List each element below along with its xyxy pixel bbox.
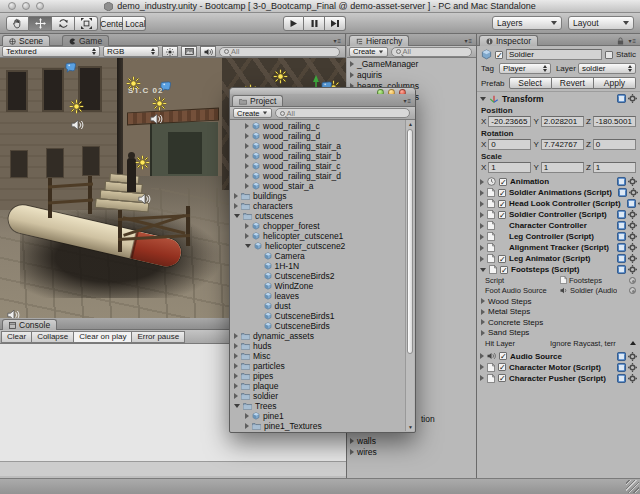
foldout-closed-icon[interactable] [234,333,238,339]
audio-gizmo-icon[interactable] [71,119,84,131]
tab-console[interactable]: Console [2,319,57,330]
foldout-closed-icon[interactable] [480,223,484,229]
component-row[interactable]: ✓Character Pusher (Script) [477,373,640,384]
resize-grip[interactable] [626,480,639,493]
audio-gizmo-icon[interactable] [138,193,151,205]
hierarchy-create-button[interactable]: Create [349,47,388,57]
project-item[interactable]: chopper_forest [230,221,405,231]
help-book-icon[interactable] [617,221,626,230]
foldout-closed-icon[interactable] [234,393,238,399]
scrollbar-thumb[interactable] [407,129,413,354]
project-item[interactable]: wood_railing_stair_c [230,161,405,171]
foldout-closed-icon[interactable] [481,309,485,315]
scene-lighting-toggle[interactable] [162,46,178,57]
prefab-select-button[interactable]: Select [509,77,552,89]
component-enabled-checkbox[interactable]: ✓ [500,266,508,274]
foldout-closed-icon[interactable] [245,413,249,419]
static-checkbox[interactable] [605,51,613,59]
project-item[interactable]: leaves [230,291,405,301]
hierarchy-item[interactable]: _GameManager [347,58,476,69]
console-collapse-button[interactable]: Collapse [32,331,74,343]
project-item[interactable]: CutsceneBirds1 [230,311,405,321]
component-enabled-checkbox[interactable]: ✓ [498,363,506,371]
light-gizmo[interactable] [273,69,288,84]
scale-z-field[interactable]: 1 [593,162,636,173]
foldout-closed-icon[interactable] [245,233,249,239]
project-search-input[interactable]: All [275,108,410,118]
project-item[interactable]: cutscenes [230,211,405,221]
tab-project[interactable]: Project [232,95,283,106]
gear-icon[interactable] [628,94,637,103]
project-item[interactable]: wood_stair_a [230,181,405,191]
scale-tool-button[interactable] [75,16,98,31]
foldout-closed-icon[interactable] [480,353,484,359]
pivot-center-button[interactable]: Center [100,16,123,31]
foldout-closed-icon[interactable] [234,363,238,369]
panel-menu-icon[interactable]: ▾≡ [464,37,473,44]
layout-dropdown[interactable]: Layout [568,16,634,30]
foldout-open-icon[interactable] [245,244,251,248]
foldout-closed-icon[interactable] [234,383,238,389]
rotation-y-field[interactable]: 7.742767 [541,139,584,150]
pause-button[interactable] [304,16,325,31]
hierarchy-item[interactable]: walls [347,435,476,446]
object-picker-icon[interactable] [629,287,636,294]
foldout-closed-icon[interactable] [481,298,485,304]
foldout-closed-icon[interactable] [245,173,249,179]
minimize-window-button[interactable] [22,2,30,10]
project-item[interactable]: CutsceneBirds2 [230,271,405,281]
component-row[interactable]: ✓Leg Animator (Script) [477,253,640,264]
component-row[interactable]: ✓Head Look Controller (Script) [477,198,640,209]
note-gizmo-icon[interactable] [160,81,171,92]
help-book-icon[interactable] [617,232,626,241]
scroll-down-icon[interactable]: ▼ [408,424,413,430]
position-y-field[interactable]: 2.028201 [541,116,584,127]
gear-icon[interactable] [628,265,637,274]
foldout-closed-icon[interactable] [481,319,485,325]
foldout-closed-icon[interactable] [234,193,238,199]
help-book-icon[interactable] [617,254,626,263]
project-item[interactable]: pine1_Textures [230,421,405,431]
prefab-apply-button[interactable]: Apply [594,77,636,89]
help-book-icon[interactable] [617,243,626,252]
foldout-closed-icon[interactable] [245,123,249,129]
position-z-field[interactable]: -180.5001 [593,116,636,127]
close-window-button[interactable] [8,2,16,10]
project-item[interactable]: Trees [230,401,405,411]
help-book-icon[interactable] [617,210,626,219]
gear-icon[interactable] [628,254,637,263]
hit-layer-dropdown[interactable]: Ignore Raycast, terr [550,339,636,348]
project-item[interactable]: helicopter_cutscene1 [230,231,405,241]
console-clear-on-play-button[interactable]: Clear on play [74,331,132,343]
transform-component-header[interactable]: Transform [477,91,640,105]
project-item[interactable]: wood_railing_stair_b [230,151,405,161]
component-row[interactable]: ✓Soldier Controller (Script) [477,209,640,220]
position-x-field[interactable]: -20.23665 [488,116,531,127]
scene-fx-toggle[interactable] [181,46,197,57]
foldout-closed-icon[interactable] [350,72,354,78]
tab-inspector[interactable]: Inspector [479,35,538,46]
rotation-local-button[interactable]: Local [123,16,146,31]
audio-source-gizmo[interactable] [150,113,163,125]
component-enabled-checkbox[interactable]: ✓ [498,189,506,197]
component-row[interactable]: Leg Controller (Script) [477,231,640,242]
component-row[interactable]: Character Controller [477,220,640,231]
component-row[interactable]: Alignment Tracker (Script) [477,242,640,253]
project-item[interactable]: dust [230,301,405,311]
audio-gizmo-icon[interactable] [150,113,163,125]
scene-audio-toggle[interactable] [200,46,216,57]
light-gizmo-icon[interactable] [152,96,167,111]
gameobject-enabled-checkbox[interactable]: ✓ [495,51,503,59]
foldout-closed-icon[interactable] [480,234,484,240]
foldout-closed-icon[interactable] [480,201,484,207]
foldout-closed-icon[interactable] [234,353,238,359]
component-enabled-checkbox[interactable]: ✓ [498,374,506,382]
light-gizmo-icon[interactable] [273,69,288,84]
light-gizmo[interactable] [69,99,84,114]
panel-menu-icon[interactable]: ▾≡ [333,37,342,44]
foldout-closed-icon[interactable] [245,143,249,149]
audio-source-gizmo[interactable] [138,193,151,205]
project-item[interactable]: dynamic_assets [230,331,405,341]
light-gizmo[interactable] [152,96,167,111]
component-row[interactable]: ✓Animation [477,176,640,187]
